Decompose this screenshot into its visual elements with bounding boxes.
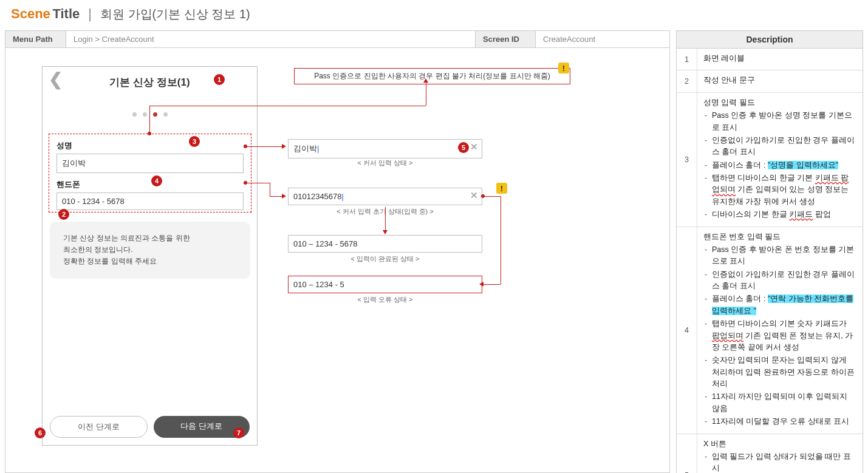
guidance-line: 정확한 정보를 입력해 주세요 xyxy=(63,256,237,267)
progress-dot xyxy=(143,112,147,117)
annotation-marker-2: 2 xyxy=(58,209,69,220)
progress-dot-active xyxy=(153,112,157,117)
description-row-title: 성명 입력 필드 xyxy=(703,97,856,109)
description-item: 디바이스의 기본 한글 키패드 팝업 xyxy=(703,209,856,220)
description-row-body: 화면 레이블 xyxy=(697,49,863,70)
connector-line xyxy=(270,183,270,196)
connector-line xyxy=(245,146,282,147)
phone-input-error-example: 010 – 1234 - 5 xyxy=(288,276,482,293)
description-row: 3성명 입력 필드Pass 인증 후 받아온 성명 정보를 기본으로 표시인증없… xyxy=(677,93,863,227)
scene-label: Scene Title xyxy=(11,6,80,22)
description-row-title: X 버튼 xyxy=(703,438,856,450)
description-item: 플레이스 홀더 : "성명을 입력하세요" xyxy=(703,160,856,171)
pass-auth-note: Pass 인증으로 진입한 사용자의 경우 편집 불가 처리(정보를 표시만 해… xyxy=(294,68,570,84)
prev-step-button[interactable]: 이전 단계로 xyxy=(50,416,148,438)
description-row-title: 핸드폰 번호 입력 필드 xyxy=(703,231,856,243)
name-input-focused-example: 김이박| xyxy=(288,139,482,158)
arrow-up-icon xyxy=(423,78,428,83)
meta-bar: Menu Path Login > CreateAccount Screen I… xyxy=(5,30,670,48)
description-row-number: 1 xyxy=(677,49,697,70)
description-item: Pass 인증 후 받아온 폰 번호 정보를 기본으로 표시 xyxy=(703,244,856,268)
connector-line xyxy=(149,106,426,106)
description-row: 5X 버튼입력 필드가 입력 상태가 되었을 때만 표시버튼을 탭하면 입력되어… xyxy=(677,434,863,474)
description-row-number: 3 xyxy=(677,93,697,226)
text-cursor-icon: | xyxy=(342,192,344,201)
connector-dot xyxy=(244,145,247,148)
description-row-body: 핸드폰 번호 입력 필드Pass 인증 후 받아온 폰 번호 정보를 기본으로 … xyxy=(697,227,863,434)
connector-line xyxy=(270,196,283,197)
arrow-left-icon xyxy=(479,282,484,287)
description-row-number: 2 xyxy=(677,70,697,92)
connector-line xyxy=(482,196,501,197)
description-row-number: 5 xyxy=(677,434,697,474)
description-heading: Description xyxy=(677,31,863,49)
back-chevron-icon[interactable]: ❮ xyxy=(49,74,62,87)
state-caption-name-cursor: < 커서 입력 상태 > xyxy=(288,158,482,168)
connector-line xyxy=(501,196,501,284)
connector-line xyxy=(426,81,426,106)
phone-input-done-example: 010 – 1234 - 5678 xyxy=(288,235,482,253)
description-row-body: 작성 안내 문구 xyxy=(697,70,863,92)
connector-line xyxy=(482,284,501,285)
warning-icon: ! xyxy=(496,183,507,194)
progress-dot xyxy=(132,112,137,117)
page-header: Scene Title | 회원 가입(기본 신상 정보 1) xyxy=(0,0,868,30)
page-subtitle: 회원 가입(기본 신상 정보 1) xyxy=(100,6,250,22)
description-row-body: 성명 입력 필드Pass 인증 후 받아온 성명 정보를 기본으로 표시인증없이… xyxy=(697,93,863,226)
description-item: 11자리에 미달할 경우 오류 상태로 표시 xyxy=(703,416,856,427)
connector-line xyxy=(245,183,270,183)
arrow-right-icon xyxy=(282,194,286,199)
clear-icon[interactable]: ✕ xyxy=(470,141,478,152)
arrow-right-icon xyxy=(282,144,286,149)
description-row: 1화면 레이블 xyxy=(677,49,863,70)
annotation-marker-3: 3 xyxy=(189,136,200,147)
phone-input-typing-example: 01012345678| xyxy=(288,188,482,205)
description-item: Pass 인증 후 받아온 성명 정보를 기본으로 표시 xyxy=(703,110,856,134)
annotation-marker-6: 6 xyxy=(35,427,46,438)
description-row: 4핸드폰 번호 입력 필드Pass 인증 후 받아온 폰 번호 정보를 기본으로… xyxy=(677,227,863,434)
description-row-number: 4 xyxy=(677,227,697,434)
header-separator: | xyxy=(88,6,92,22)
connector-line xyxy=(385,207,386,233)
state-caption-phone-done: < 입력이 완료된 상태 > xyxy=(288,254,482,264)
connector-dot xyxy=(148,132,151,135)
screen-id-label: Screen ID xyxy=(475,31,536,47)
description-item: 인증없이 가입하기로 진입한 경우 플레이스 홀더 표시 xyxy=(703,135,856,158)
description-row-body: X 버튼입력 필드가 입력 상태가 되었을 때만 표시버튼을 탭하면 입력되어 … xyxy=(697,434,863,474)
annotation-marker-5: 5 xyxy=(458,142,469,153)
progress-dot xyxy=(163,112,168,117)
description-panel: Description 1화면 레이블2작성 안내 문구3성명 입력 필드Pas… xyxy=(676,30,863,473)
screen-title: 기본 신상 정보(1) xyxy=(109,75,190,89)
guidance-line: 최소한의 정보입니다. xyxy=(63,244,237,256)
state-caption-phone-error: < 입력 오류 상태 > xyxy=(288,295,482,304)
screen-id-value: CreateAccount xyxy=(536,31,669,47)
description-item: 숫자만 입력되며 문자는 입력되지 않게 처리하며 입력 완료하면 자동으로 하… xyxy=(703,355,856,390)
connector-dot xyxy=(244,181,247,185)
annotation-marker-7: 7 xyxy=(233,427,244,438)
connector-dot xyxy=(481,194,485,198)
name-input[interactable]: 김이박 xyxy=(56,154,244,173)
description-row-title: 화면 레이블 xyxy=(703,53,856,64)
description-item: 인증없이 가입하기로 진입한 경우 플레이스 홀더 표시 xyxy=(703,269,856,293)
annotation-marker-1: 1 xyxy=(214,74,225,85)
editable-fields-group: 성명 김이박 핸드폰 010 - 1234 - 5678 xyxy=(49,134,251,213)
arrow-down-icon xyxy=(383,230,388,234)
description-item: 11자리 까지만 입력되며 이후 입력되지 않음 xyxy=(703,391,856,415)
phone-input[interactable]: 010 - 1234 - 5678 xyxy=(56,192,244,210)
description-item: 입력 필드가 입력 상태가 되었을 때만 표시 xyxy=(703,451,856,473)
menu-path-label: Menu Path xyxy=(5,31,66,47)
description-item: 탭하면 디바이스의 기본 숫자 키패드가 팝업되며 기존 입력된 폰 정보는 유… xyxy=(703,318,856,353)
menu-path-value: Login > CreateAccount xyxy=(66,31,475,47)
guidance-message: 기본 신상 정보는 의료진과 소통을 위한 최소한의 정보입니다. 정확한 정보… xyxy=(50,222,250,279)
description-item: 탭하면 디바이스의 한글 기본 키패드 팝업되며 기존 입력되어 있는 성명 정… xyxy=(703,172,856,208)
clear-icon[interactable]: ✕ xyxy=(470,190,478,201)
phone-label: 핸드폰 xyxy=(56,179,244,190)
annotation-marker-4: 4 xyxy=(151,175,162,186)
warning-icon: ! xyxy=(558,63,569,73)
description-row: 2작성 안내 문구 xyxy=(677,70,863,92)
text-cursor-icon: | xyxy=(317,144,319,153)
connector-line xyxy=(149,106,150,134)
guidance-line: 기본 신상 정보는 의료진과 소통을 위한 xyxy=(63,233,237,244)
design-canvas: Pass 인증으로 진입한 사용자의 경우 편집 불가 처리(정보를 표시만 해… xyxy=(5,48,670,473)
name-label: 성명 xyxy=(56,140,244,151)
